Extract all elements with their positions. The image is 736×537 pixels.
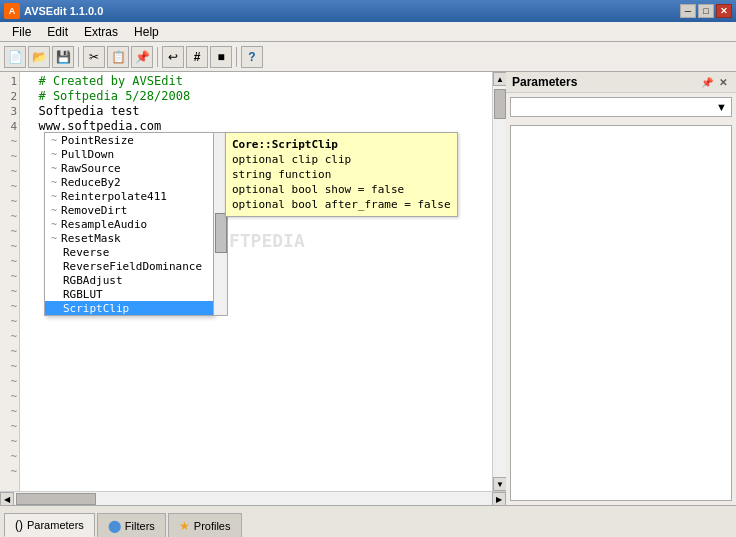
autocomplete-label: ReduceBy2 [61,175,121,190]
tooltip: Core::ScriptClip optional clip clip stri… [225,132,458,217]
titlebar-left: A AVSEdit 1.1.0.0 [4,3,103,19]
autocomplete-item-pointresize[interactable]: ~ PointResize [45,133,213,147]
line-num-3: 3 [0,104,17,119]
editor-text[interactable]: # Created by AVSEdit # Softpedia 5/28/20… [20,72,492,491]
tooltip-param-2: string function [232,167,451,182]
toolbar-copy[interactable]: 📋 [107,46,129,68]
editor-line-t16 [24,359,488,374]
autocomplete-item-resetmask[interactable]: ~ ResetMask [45,231,213,245]
autocomplete-label: Reinterpolate411 [61,189,167,204]
line-num-t8: ~ [0,239,17,254]
line-num-t10: ~ [0,269,17,284]
editor-line-2: # Softpedia 5/28/2008 [24,89,488,104]
autocomplete-label: ResetMask [61,231,121,246]
panel-close-button[interactable]: ✕ [716,75,730,89]
line-num-t15: ~ [0,344,17,359]
autocomplete-list[interactable]: ~ PointResize ~ PullDown ~ RawSource ~ [44,132,214,316]
toolbar-undo[interactable]: ↩ [162,46,184,68]
toolbar-paste[interactable]: 📌 [131,46,153,68]
tilde-icon: ~ [51,203,57,218]
hscroll-left-arrow[interactable]: ◀ [0,492,14,506]
autocomplete-item-reverse[interactable]: Reverse [45,245,213,259]
editor-line-t21 [24,434,488,449]
tilde-icon: ~ [51,189,57,204]
line-num-t6: ~ [0,209,17,224]
editor-vscrollbar[interactable]: ▲ ▼ [492,72,506,491]
toolbar-save[interactable]: 💾 [52,46,74,68]
autocomplete-item-rgblut[interactable]: RGBLUT [45,287,213,301]
maximize-button[interactable]: □ [698,4,714,18]
menu-help[interactable]: Help [126,23,167,41]
scroll-thumb[interactable] [494,89,506,119]
tooltip-param-4: optional bool after_frame = false [232,197,451,212]
tooltip-param-3: optional bool show = false [232,182,451,197]
autocomplete-item-reinterpolate[interactable]: ~ Reinterpolate411 [45,189,213,203]
editor-line-t15 [24,344,488,359]
menu-file[interactable]: File [4,23,39,41]
editor-main: 1 2 3 4 ~ ~ ~ ~ ~ ~ ~ ~ ~ ~ ~ ~ ~ ~ ~ ~ [0,72,506,491]
minimize-button[interactable]: ─ [680,4,696,18]
autocomplete-item-reduceby2[interactable]: ~ ReduceBy2 [45,175,213,189]
line-num-t9: ~ [0,254,17,269]
toolbar-cut[interactable]: ✂ [83,46,105,68]
toolbar-stop[interactable]: ■ [210,46,232,68]
autocomplete-label: PointResize [61,133,134,148]
line-num-t14: ~ [0,329,17,344]
editor-line-t14 [24,329,488,344]
tilde-icon: ~ [51,161,57,176]
editor-line-t19 [24,404,488,419]
line-num-t1: ~ [0,134,17,149]
autocomplete-item-scriptclip[interactable]: ScriptClip [45,301,213,315]
right-panel: Parameters 📌 ✕ ▼ [506,72,736,505]
autocomplete-item-rawsource[interactable]: ~ RawSource [45,161,213,175]
scroll-track[interactable] [493,86,506,477]
line-num-t11: ~ [0,284,17,299]
line-num-t7: ~ [0,224,17,239]
hscroll-track[interactable] [14,492,492,505]
tab-filters-label: Filters [125,520,155,532]
panel-pin-button[interactable]: 📌 [700,75,714,89]
hscroll-thumb[interactable] [16,493,96,505]
toolbar-hash[interactable]: # [186,46,208,68]
parameters-icon: () [15,518,23,532]
menu-edit[interactable]: Edit [39,23,76,41]
tilde-icon: ~ [51,175,57,190]
line-num-t2: ~ [0,149,17,164]
toolbar-sep2 [157,47,158,67]
scroll-up-arrow[interactable]: ▲ [493,72,506,86]
editor-line-t18 [24,389,488,404]
tab-filters[interactable]: ⬤ Filters [97,513,166,537]
right-panel-header: Parameters 📌 ✕ [506,72,736,93]
autocomplete-label: RGBAdjust [63,273,123,288]
scroll-down-arrow[interactable]: ▼ [493,477,506,491]
autocomplete-item-rgbadjust[interactable]: RGBAdjust [45,273,213,287]
line-num-t3: ~ [0,164,17,179]
editor-line-1: # Created by AVSEdit [24,74,488,89]
autocomplete-label: ReverseFieldDominance [63,259,202,274]
editor-line-t13 [24,314,488,329]
toolbar-new[interactable]: 📄 [4,46,26,68]
autocomplete-item-removedirt[interactable]: ~ RemoveDirt [45,203,213,217]
autocomplete-item-reversefielddominance[interactable]: ReverseFieldDominance [45,259,213,273]
autocomplete-label: RawSource [61,161,121,176]
editor-hscrollbar[interactable]: ◀ ▶ [0,491,506,505]
line-num-t22: ~ [0,449,17,464]
titlebar: A AVSEdit 1.1.0.0 ─ □ ✕ [0,0,736,22]
autocomplete-label: RemoveDirt [61,203,127,218]
editor-line-t23 [24,464,488,479]
autocomplete-item-resampleaudio[interactable]: ~ ResampleAudio [45,217,213,231]
close-button[interactable]: ✕ [716,4,732,18]
tab-profiles[interactable]: ★ Profiles [168,513,242,537]
toolbar-open[interactable]: 📂 [28,46,50,68]
line-num-t21: ~ [0,434,17,449]
hscroll-right-arrow[interactable]: ▶ [492,492,506,506]
right-panel-dropdown[interactable]: ▼ [510,97,732,117]
autocomplete-item-pulldown[interactable]: ~ PullDown [45,147,213,161]
right-panel-title: Parameters [512,75,577,89]
tab-parameters[interactable]: () Parameters [4,513,95,537]
toolbar-help[interactable]: ? [241,46,263,68]
toolbar-sep1 [78,47,79,67]
line-num-t19: ~ [0,404,17,419]
toolbar: 📄 📂 💾 ✂ 📋 📌 ↩ # ■ ? [0,42,736,72]
menu-extras[interactable]: Extras [76,23,126,41]
